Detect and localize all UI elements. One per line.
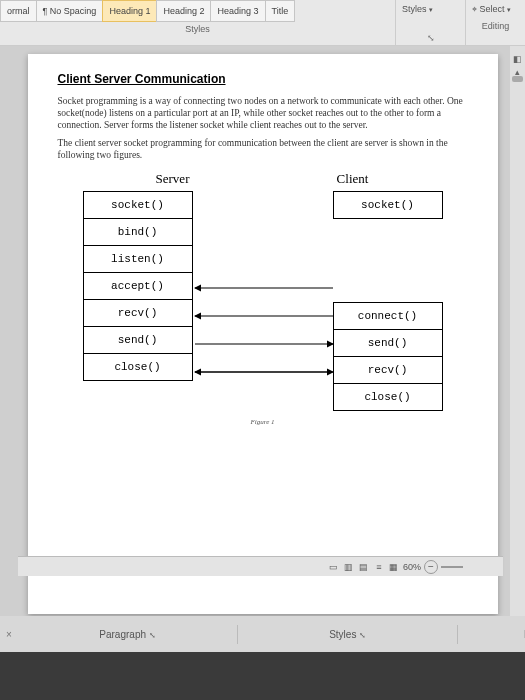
styles-pane-expand[interactable]: ⤡ [396,31,465,43]
status-spacer [458,630,525,638]
style-title[interactable]: Title [265,0,296,22]
read-mode-icon[interactable]: ▥ [343,561,355,573]
styles-pane-group: Styles ▾ ⤡ [395,0,465,45]
client-column-header: Client [263,171,443,191]
diagram: Server Client socket() bind() listen() a… [83,171,443,426]
server-column-header: Server [83,171,263,191]
draft-icon[interactable]: ▦ [388,561,400,573]
server-box-recv: recv() [83,299,193,327]
server-box-socket: socket() [83,191,193,219]
doc-paragraph-2: The client server socket programming for… [58,138,468,162]
ribbon: ormal ¶ No Spacing Heading 1 Heading 2 H… [0,0,525,46]
server-box-accept: accept() [83,272,193,300]
vertical-scrollbar[interactable]: ◧ ▴ [510,46,525,616]
style-normal[interactable]: ormal [0,0,37,22]
editing-group: ⌖ Select ▾ Editing [465,0,525,45]
outer-status-bar: × Paragraph ⤡ Styles ⤡ [0,616,525,652]
document-page[interactable]: Client Server Communication Socket progr… [28,54,498,614]
cursor-icon: ⌖ [472,4,477,14]
styles-gallery: ormal ¶ No Spacing Heading 1 Heading 2 H… [0,0,395,45]
close-pane-button[interactable]: × [0,629,18,640]
client-column: socket() connect() send() recv() close() [333,191,443,410]
style-no-spacing[interactable]: ¶ No Spacing [36,0,104,22]
zoom-level[interactable]: 60% [403,562,421,572]
server-box-bind: bind() [83,218,193,246]
zoom-out-button[interactable]: − [424,560,438,574]
diagram-arrows [193,191,333,415]
document-workspace: Client Server Communication Socket progr… [0,46,525,616]
client-box-socket: socket() [333,191,443,219]
style-heading-1[interactable]: Heading 1 [102,0,157,22]
expand-icon: ⤡ [149,631,156,640]
paragraph-pane-label[interactable]: Paragraph ⤡ [18,625,238,644]
server-box-send: send() [83,326,193,354]
style-heading-3[interactable]: Heading 3 [210,0,265,22]
scroll-object-icon[interactable]: ◧ [512,54,523,65]
inner-status-bar: ▭ ▥ ▤ ≡ ▦ 60% − [18,556,503,576]
expand-icon: ⤡ [359,631,366,640]
style-heading-2[interactable]: Heading 2 [156,0,211,22]
client-box-send: send() [333,329,443,357]
server-box-close: close() [83,353,193,381]
doc-paragraph-1: Socket programming is a way of connectin… [58,96,468,132]
editing-group-label: Editing [466,19,525,31]
outline-icon[interactable]: ≡ [373,561,385,573]
figure-caption: Figure 1 [83,418,443,426]
client-box-connect: connect() [333,302,443,330]
doc-heading: Client Server Communication [58,72,468,86]
chevron-down-icon: ▾ [507,6,511,13]
styles-group-label: Styles [0,22,395,34]
server-box-listen: listen() [83,245,193,273]
web-layout-icon[interactable]: ▤ [358,561,370,573]
select-dropdown[interactable]: ⌖ Select ▾ [466,0,525,19]
zoom-slider[interactable] [441,566,463,568]
styles-pane-label[interactable]: Styles ⤡ [238,625,458,644]
chevron-down-icon: ▾ [429,6,433,13]
print-layout-icon[interactable]: ▭ [328,561,340,573]
styles-dropdown[interactable]: Styles ▾ [396,0,465,18]
scrollbar-thumb[interactable] [512,76,523,82]
client-box-recv: recv() [333,356,443,384]
server-column: socket() bind() listen() accept() recv()… [83,191,193,410]
client-box-close: close() [333,383,443,411]
